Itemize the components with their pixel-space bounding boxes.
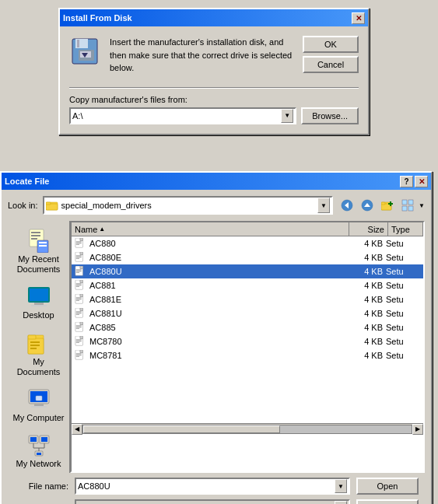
install-cancel-button[interactable]: Cancel [303, 56, 359, 73]
file-list-header: Name ▲ Size Type [72, 222, 423, 236]
my-computer-label: My Computer [12, 413, 64, 423]
file-row[interactable]: AC881E4 KBSetu [72, 292, 423, 306]
file-row[interactable]: AC8814 KBSetu [72, 278, 423, 292]
sidebar-item-my-network[interactable]: My Network [9, 429, 68, 473]
sidebar-item-my-computer[interactable]: My Computer [9, 383, 68, 427]
view-button[interactable] [398, 196, 417, 215]
file-name: AC880 [89, 239, 347, 248]
svg-rect-68 [80, 266, 83, 269]
install-content: Insert the manufacturer's installation d… [60, 26, 368, 134]
h-scroll-thumb[interactable] [83, 425, 280, 433]
svg-rect-45 [30, 437, 37, 442]
col-header-size[interactable]: Size [349, 222, 388, 236]
file-icon [74, 322, 86, 333]
look-in-value: special_modem_drivers [61, 201, 315, 210]
svg-rect-53 [37, 453, 41, 455]
col-size-label: Size [368, 225, 384, 234]
scroll-left-arrow[interactable]: ◀ [72, 424, 82, 435]
file-name: AC880E [89, 253, 347, 262]
look-in-combo-arrow[interactable]: ▼ [317, 198, 330, 213]
up-icon [361, 199, 373, 212]
install-title: Install From Disk [63, 13, 352, 23]
svg-rect-63 [76, 255, 82, 256]
h-scroll-track[interactable] [82, 425, 412, 434]
sidebar-item-my-recent-documents[interactable]: My Recent Documents [9, 224, 68, 278]
locate-cancel-button[interactable]: Cancel [356, 499, 419, 504]
locate-help-button[interactable]: ? [400, 176, 413, 187]
svg-rect-42 [31, 406, 47, 408]
filename-combo-arrow[interactable]: ▼ [335, 479, 347, 493]
back-button[interactable] [338, 196, 356, 215]
dropdown-arrow-view[interactable]: ▼ [419, 202, 425, 209]
file-size: 4 KB [347, 337, 386, 346]
col-header-type[interactable]: Type [388, 222, 423, 236]
svg-rect-83 [76, 300, 79, 301]
file-row[interactable]: MC87804 KBSetu [72, 334, 423, 348]
file-name: MC8780 [89, 337, 347, 346]
filename-input[interactable]: AC880U ▼ [75, 478, 350, 495]
folder-icon [46, 199, 58, 212]
svg-rect-58 [76, 243, 82, 243]
svg-rect-23 [31, 232, 40, 233]
install-dialog-buttons: OK Cancel [303, 36, 359, 73]
drive-combo-arrow[interactable]: ▼ [281, 109, 293, 123]
close-icon: ✕ [356, 14, 362, 23]
svg-rect-94 [76, 327, 82, 327]
file-type: Setu [386, 323, 421, 332]
svg-rect-69 [76, 269, 82, 270]
svg-rect-93 [76, 325, 82, 326]
svg-rect-82 [76, 299, 82, 299]
file-row[interactable]: AC8854 KBSetu [72, 320, 423, 334]
file-row[interactable]: AC881U4 KBSetu [72, 306, 423, 320]
svg-rect-104 [80, 350, 83, 353]
svg-rect-101 [76, 342, 79, 343]
sidebar-item-my-documents[interactable]: My Documents [9, 327, 68, 381]
new-folder-button[interactable] [378, 196, 397, 215]
svg-rect-100 [76, 341, 82, 341]
files-of-type-combo[interactable]: Setup Information (*.inf) ▼ [75, 499, 350, 504]
close-icon: ✕ [419, 177, 425, 186]
svg-rect-56 [80, 238, 83, 241]
locate-close-button[interactable]: ✕ [415, 176, 428, 187]
filename-row: File name: AC880U ▼ Open [14, 478, 419, 495]
svg-rect-71 [76, 272, 79, 273]
svg-rect-41 [34, 404, 44, 406]
svg-rect-105 [76, 353, 82, 354]
svg-rect-86 [80, 308, 83, 311]
filename-value: AC880U [78, 481, 333, 491]
svg-rect-43 [36, 396, 42, 401]
col-header-name[interactable]: Name ▲ [72, 222, 349, 236]
drive-value: A:\ [72, 111, 281, 121]
file-list[interactable]: AC8804 KBSetu AC880E4 KBSetu AC880U4 KBS… [72, 236, 423, 423]
files-of-type-row: Files of type: Setup Information (*.inf)… [14, 499, 419, 504]
file-row[interactable]: MC87814 KBSetu [72, 348, 423, 362]
install-close-button[interactable]: ✕ [352, 12, 365, 24]
file-row[interactable]: AC880U4 KBSetu [72, 264, 423, 278]
file-size: 4 KB [347, 309, 386, 318]
file-type: Setu [386, 309, 421, 318]
drive-combo[interactable]: A:\ ▼ [69, 107, 296, 124]
copy-from-section: Copy manufacturer's files from: A:\ ▼ Br… [69, 95, 359, 124]
files-of-type-arrow[interactable]: ▼ [335, 501, 347, 504]
install-title-bar: Install From Disk ✕ [60, 9, 368, 26]
recent-docs-icon [26, 228, 51, 253]
browse-button[interactable]: Browse... [301, 107, 359, 124]
open-button[interactable]: Open [356, 478, 419, 495]
scrollbar-area: ◀ ▶ [72, 423, 423, 434]
locate-file-dialog: Locate File ? ✕ Look in: special_modem_d… [0, 171, 433, 504]
file-size: 4 KB [347, 323, 386, 332]
svg-rect-92 [80, 322, 83, 325]
look-in-bar: Look in: special_modem_drivers ▼ [8, 196, 425, 215]
sidebar-item-desktop[interactable]: Desktop [9, 280, 68, 324]
svg-rect-59 [76, 244, 79, 245]
file-row[interactable]: AC8804 KBSetu [72, 236, 423, 250]
file-name: AC881E [89, 295, 347, 304]
look-in-combo[interactable]: special_modem_drivers ▼ [43, 196, 334, 215]
svg-rect-75 [76, 283, 82, 284]
scroll-right-arrow[interactable]: ▶ [412, 424, 423, 435]
file-type: Setu [386, 351, 421, 360]
up-button[interactable] [358, 196, 377, 215]
install-ok-button[interactable]: OK [303, 36, 359, 53]
install-message: Insert the manufacturer's installation d… [110, 36, 293, 75]
file-row[interactable]: AC880E4 KBSetu [72, 250, 423, 264]
